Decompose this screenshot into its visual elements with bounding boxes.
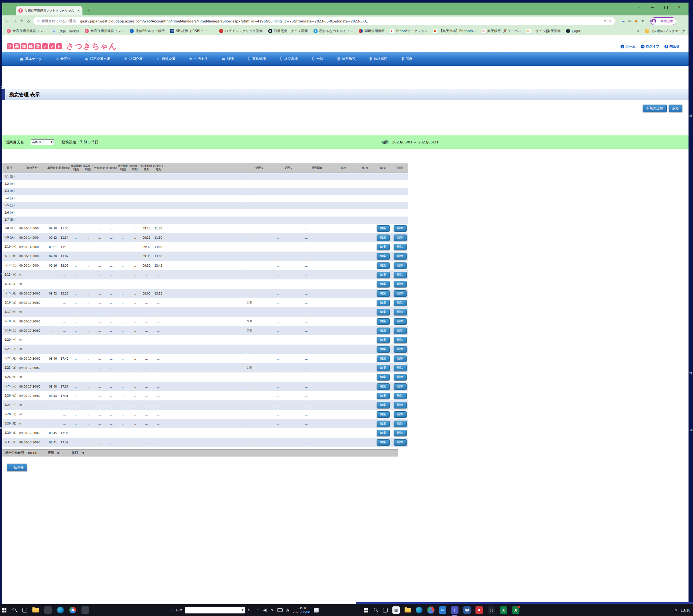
nav-item[interactable]: 特定施設 bbox=[337, 57, 355, 61]
delete-button[interactable]: 削除 bbox=[394, 290, 407, 297]
delete-button[interactable]: 削除 bbox=[394, 430, 407, 436]
edit-button[interactable]: 編集 bbox=[377, 346, 390, 353]
new-tab-button[interactable]: ＋ bbox=[86, 7, 91, 13]
bulk-save-button[interactable]: 一括保存 bbox=[7, 463, 27, 471]
bookmark-item[interactable]: ✦住信SBIネット銀行 bbox=[130, 29, 164, 33]
explorer-icon[interactable] bbox=[33, 608, 39, 613]
delete-button[interactable]: 削除 bbox=[394, 318, 407, 325]
powerpoint-icon[interactable]: ● bbox=[475, 607, 483, 614]
edit-button[interactable]: 編集 bbox=[377, 281, 390, 287]
delete-button[interactable]: 削除 bbox=[394, 411, 407, 418]
explorer-icon[interactable] bbox=[404, 608, 411, 613]
nav-item[interactable]: 一覧 bbox=[312, 57, 323, 61]
back-button[interactable]: 戻る bbox=[669, 105, 682, 112]
top-link-home[interactable]: ⌂ホーム bbox=[620, 44, 636, 49]
nav-item[interactable]: ▣居宅介護支援 bbox=[85, 57, 110, 61]
delete-button[interactable]: 削除 bbox=[394, 244, 407, 250]
delete-button[interactable]: 削除 bbox=[394, 281, 407, 287]
reload-icon[interactable]: ↻ bbox=[20, 19, 24, 23]
back-icon[interactable]: ← bbox=[6, 19, 9, 23]
delete-button[interactable]: 削除 bbox=[394, 300, 407, 306]
photos-icon[interactable]: ◌ bbox=[488, 607, 495, 614]
add-new-button[interactable]: 新規の追加 bbox=[642, 105, 667, 112]
employee-select[interactable]: 高橋 央子 ▼ bbox=[31, 139, 54, 145]
nav-item[interactable]: ❀生活支援 bbox=[189, 57, 207, 61]
mail-icon[interactable]: ✉ bbox=[439, 607, 446, 614]
excel-icon[interactable]: X bbox=[500, 607, 507, 614]
delete-button[interactable]: 削除 bbox=[394, 421, 407, 427]
bookmark-item[interactable]: Rログイン|楽天証券 bbox=[527, 29, 561, 33]
start-icon[interactable] bbox=[2, 608, 7, 613]
edit-button[interactable]: 編集 bbox=[377, 309, 390, 315]
edge-icon[interactable] bbox=[416, 607, 422, 613]
delete-button[interactable]: 削除 bbox=[394, 262, 407, 269]
app-icon[interactable] bbox=[81, 607, 89, 614]
bookmark-item[interactable]: t恋するなつちゃん！... bbox=[314, 29, 353, 33]
speaker-icon[interactable]: ◀) bbox=[263, 608, 267, 612]
edit-button[interactable]: 編集 bbox=[377, 439, 390, 445]
address-toolbar-input[interactable]: ▼ bbox=[185, 607, 245, 613]
bookmark-item[interactable]: D口座照会ログイン画面 bbox=[268, 29, 308, 33]
bookmark-item[interactable]: Y!Yahoo!オークション bbox=[390, 29, 428, 33]
ime-indicator[interactable]: A bbox=[286, 608, 289, 613]
task-view-icon[interactable] bbox=[22, 608, 27, 613]
minimize-button[interactable]: — bbox=[651, 5, 654, 9]
edit-button[interactable]: 編集 bbox=[377, 383, 390, 390]
notification-notes-icon[interactable] bbox=[314, 608, 319, 613]
tab-close-icon[interactable]: ✕ bbox=[77, 9, 80, 13]
edit-button[interactable]: 編集 bbox=[377, 393, 390, 399]
extensions-puzzle-icon[interactable]: ❖ bbox=[641, 19, 644, 23]
menu-kebab-icon[interactable]: ⋮ bbox=[680, 19, 684, 23]
start-icon[interactable] bbox=[363, 608, 369, 613]
delete-button[interactable]: 削除 bbox=[394, 235, 407, 241]
edit-button[interactable]: 編集 bbox=[377, 272, 390, 278]
edit-button[interactable]: 編集 bbox=[377, 430, 390, 436]
edge-icon[interactable] bbox=[57, 607, 64, 613]
delete-button[interactable]: 削除 bbox=[394, 383, 407, 390]
nav-item[interactable]: 訪問看護 bbox=[280, 57, 298, 61]
bookmark-item[interactable]: 岡崎信用金庫 bbox=[359, 29, 385, 33]
bookmarks-overflow-icon[interactable]: » bbox=[637, 29, 639, 33]
app-icon[interactable] bbox=[44, 607, 52, 614]
mail-extension-icon[interactable]: ✉ bbox=[628, 19, 631, 23]
edit-button[interactable]: 編集 bbox=[377, 356, 390, 362]
edit-button[interactable]: 編集 bbox=[377, 225, 390, 232]
bookmark-item[interactable]: ▲Edge Tracker bbox=[52, 29, 79, 33]
teams-icon[interactable]: T bbox=[451, 607, 458, 614]
calculator-icon[interactable]: ▦ bbox=[392, 607, 400, 614]
system-clock-2[interactable]: 13:18 bbox=[681, 608, 690, 612]
bookmark-item[interactable]: ◦Eight bbox=[566, 29, 580, 33]
refresh-icon[interactable]: ↻ bbox=[248, 608, 251, 613]
delete-button[interactable]: 削除 bbox=[394, 439, 407, 445]
browser-tab[interactable]: ? サ高住専用経営ソフトさつきちゃん ✕ bbox=[16, 6, 82, 15]
delete-button[interactable]: 削除 bbox=[394, 225, 407, 232]
edit-button[interactable]: 編集 bbox=[377, 402, 390, 409]
delete-button[interactable]: 削除 bbox=[394, 346, 407, 353]
close-button[interactable]: ✕ bbox=[678, 5, 681, 9]
nav-item[interactable]: 労務 bbox=[401, 57, 413, 61]
top-link-help[interactable]: ?問合せ bbox=[665, 44, 679, 49]
pen-icon[interactable]: ✎ bbox=[675, 608, 678, 612]
delete-button[interactable]: 削除 bbox=[394, 374, 407, 380]
system-clock[interactable]: 13:18 2023/06/08 bbox=[293, 606, 310, 614]
bookmark-item[interactable]: R【楽天市場】Shoppin... bbox=[433, 29, 476, 33]
delete-button[interactable]: 削除 bbox=[394, 365, 407, 371]
edit-button[interactable]: 編集 bbox=[377, 235, 390, 241]
delete-button[interactable]: 削除 bbox=[394, 356, 407, 362]
edit-button[interactable]: 編集 bbox=[377, 290, 390, 297]
edit-button[interactable]: 編集 bbox=[377, 262, 390, 269]
edit-button[interactable]: 編集 bbox=[377, 327, 390, 334]
top-link-logoff[interactable]: ➜ログオフ bbox=[641, 44, 659, 49]
pen-icon[interactable]: ✎ bbox=[271, 608, 274, 612]
bookmark-item[interactable]: ?サ高住専用経営ソフ... bbox=[7, 29, 46, 33]
chrome-icon[interactable] bbox=[69, 607, 76, 613]
profile-pill[interactable]: 一時停止中 bbox=[650, 17, 676, 25]
nav-item[interactable]: ✚訪問介護 bbox=[124, 57, 142, 61]
delete-button[interactable]: 削除 bbox=[394, 393, 407, 399]
edit-button[interactable]: 編集 bbox=[377, 300, 390, 306]
keyboard-icon[interactable] bbox=[277, 608, 283, 612]
home-icon[interactable]: ⌂ bbox=[27, 19, 30, 23]
delete-button[interactable]: 削除 bbox=[394, 272, 407, 278]
edit-button[interactable]: 編集 bbox=[377, 421, 390, 427]
search-icon[interactable] bbox=[12, 608, 17, 613]
